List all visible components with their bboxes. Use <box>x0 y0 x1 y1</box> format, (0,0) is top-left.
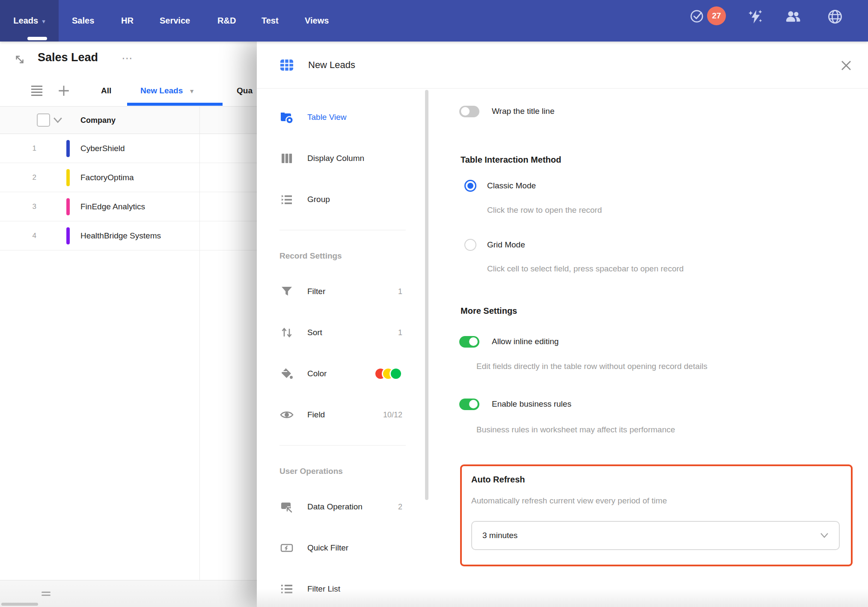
tab-new-leads-label: New Leads <box>140 86 183 95</box>
auto-refresh-select[interactable]: 3 minutes <box>471 521 840 550</box>
nav-item-display-column[interactable]: Display Column <box>257 138 428 179</box>
row-number: 2 <box>0 163 36 192</box>
classic-mode-desc: Click the row to open the record <box>487 205 853 215</box>
select-all-checkbox[interactable] <box>37 113 50 127</box>
nav-tab-leads-label: Leads <box>13 16 38 26</box>
filter-icon <box>279 284 294 299</box>
check-circle-icon[interactable] <box>689 9 705 24</box>
wrap-title-toggle[interactable] <box>459 106 479 117</box>
nav-section-user-operations: User Operations <box>279 464 428 479</box>
classic-mode-option[interactable]: Classic Mode <box>464 179 853 192</box>
nav-tab-leads[interactable]: Leads ▾ <box>0 0 59 42</box>
nav-item-table-view[interactable]: Table View <box>257 97 428 138</box>
nav-tab-views[interactable]: Views <box>305 0 329 42</box>
globe-icon[interactable] <box>827 9 843 25</box>
sheet-more-icon[interactable]: ⋯ <box>122 52 134 65</box>
color-dots-badge <box>374 367 402 380</box>
company-column-header[interactable]: Company <box>80 107 116 134</box>
notification-badge[interactable]: 27 <box>707 6 726 25</box>
row-color-bar <box>66 140 70 157</box>
worksheet-panel: Sales Lead ⋯ All New Leads▼ Qua Company … <box>0 42 257 607</box>
business-rules-toggle[interactable] <box>459 399 479 410</box>
chevron-down-icon: ▾ <box>42 18 45 25</box>
view-list-icon[interactable] <box>30 84 43 97</box>
nav-item-label: Filter <box>307 287 398 296</box>
row-number: 4 <box>0 221 36 250</box>
nav-item-field[interactable]: Field 10/12 <box>257 394 428 435</box>
nav-item-label: Table View <box>307 113 402 122</box>
nav-item-quick-filter[interactable]: Quick Filter <box>257 527 428 568</box>
table-view-icon <box>279 110 294 125</box>
sort-icon <box>279 325 294 340</box>
grid-mode-desc: Click cell to select field, press spaceb… <box>487 264 853 274</box>
inline-editing-row: Allow inline editing <box>459 334 853 349</box>
nav-tab-hr[interactable]: HR <box>121 0 134 42</box>
nav-tab-rd[interactable]: R&D <box>217 0 236 42</box>
display-column-icon <box>279 151 294 166</box>
nav-tab-test[interactable]: Test <box>262 0 279 42</box>
table-row[interactable]: 1 CyberShield <box>0 134 257 163</box>
company-cell[interactable]: CyberShield <box>80 134 125 163</box>
automation-spark-icon[interactable] <box>747 9 764 25</box>
nav-item-label: Color <box>307 369 374 378</box>
classic-mode-radio[interactable] <box>464 180 476 192</box>
wrap-title-label: Wrap the title line <box>492 107 554 116</box>
modal-title: New Leads <box>308 42 355 89</box>
nav-item-data-operation[interactable]: Data Operation 2 <box>257 486 428 527</box>
nav-item-filter-list[interactable]: Filter List <box>257 568 428 607</box>
nav-item-sort[interactable]: Sort 1 <box>257 312 428 353</box>
tab-qualified-partial[interactable]: Qua <box>237 83 253 98</box>
tab-all[interactable]: All <box>101 83 111 98</box>
nav-item-label: Group <box>307 195 402 204</box>
table-row[interactable]: 2 FactoryOptima <box>0 163 257 192</box>
nav-divider <box>279 445 406 446</box>
horizontal-scrollbar[interactable] <box>1 603 38 606</box>
nav-divider <box>279 230 406 230</box>
close-icon[interactable] <box>837 56 856 75</box>
chevron-down-icon: ▼ <box>189 88 195 95</box>
grid-mode-option[interactable]: Grid Mode <box>464 238 853 251</box>
modal-content: Wrap the title line Table Interaction Me… <box>459 89 853 566</box>
sheet-title: Sales Lead <box>38 51 98 64</box>
expand-icon[interactable] <box>13 53 27 66</box>
nav-tab-sales[interactable]: Sales <box>72 0 94 42</box>
business-rules-label: Enable business rules <box>492 399 571 409</box>
chevron-down-icon[interactable] <box>53 117 62 124</box>
modal-nav: Table View Display Column Group <box>257 89 428 607</box>
interaction-heading: Table Interaction Method <box>461 155 853 165</box>
nav-item-label: Filter List <box>307 584 402 594</box>
tab-new-leads[interactable]: New Leads▼ <box>140 83 195 98</box>
inline-editing-label: Allow inline editing <box>492 337 559 346</box>
members-icon[interactable] <box>785 9 801 25</box>
column-divider <box>199 106 200 580</box>
table-row[interactable]: 3 FinEdge Analytics <box>0 192 257 221</box>
group-icon <box>279 192 294 207</box>
nav-item-label: Field <box>307 410 383 420</box>
auto-refresh-value: 3 minutes <box>482 531 820 540</box>
company-cell[interactable]: FinEdge Analytics <box>80 192 145 221</box>
grid-mode-radio[interactable] <box>464 239 476 251</box>
row-color-bar <box>66 169 70 186</box>
top-navbar: Leads ▾ Sales HR Service R&D Test Views … <box>0 0 868 42</box>
nav-scrollbar[interactable] <box>425 90 428 500</box>
nav-tab-service[interactable]: Service <box>160 0 190 42</box>
nav-item-color[interactable]: Color <box>257 353 428 394</box>
modal-header: New Leads <box>257 42 868 89</box>
nav-section-record-settings: Record Settings <box>279 249 428 263</box>
add-view-icon[interactable] <box>57 84 71 98</box>
grid-mode-label: Grid Mode <box>487 240 525 250</box>
active-view-tab-underline <box>127 103 223 106</box>
table-row[interactable]: 4 HealthBridge Systems <box>0 221 257 250</box>
nav-item-group[interactable]: Group <box>257 179 428 220</box>
table-header-row: Company <box>0 106 257 134</box>
inline-editing-toggle[interactable] <box>459 336 479 348</box>
nav-item-label: Quick Filter <box>307 543 402 553</box>
nav-item-filter[interactable]: Filter 1 <box>257 271 428 312</box>
company-cell[interactable]: FactoryOptima <box>80 163 134 192</box>
company-cell[interactable]: HealthBridge Systems <box>80 221 161 250</box>
data-operation-count: 2 <box>398 503 402 512</box>
row-number: 1 <box>0 134 36 163</box>
nav-item-label: Sort <box>307 328 398 337</box>
nav-item-label: Data Operation <box>307 502 398 512</box>
business-rules-desc: Business rules in worksheet may affect i… <box>476 425 853 434</box>
